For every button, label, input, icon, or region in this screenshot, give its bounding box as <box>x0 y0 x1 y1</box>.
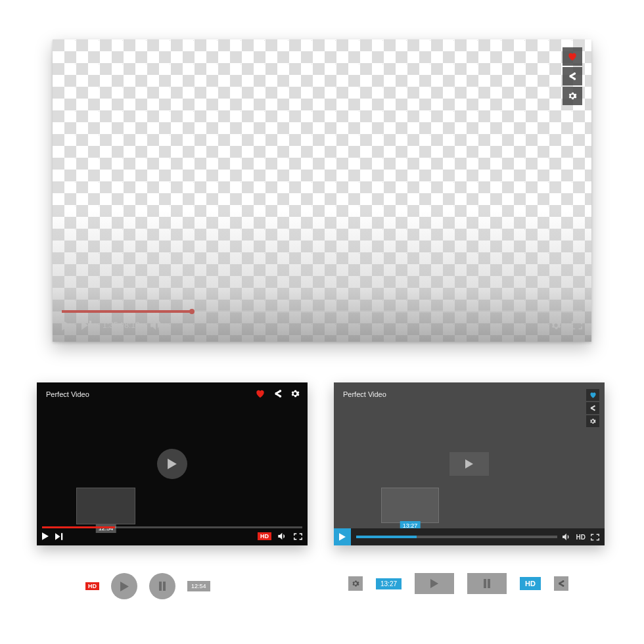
time-badge: 12:54 <box>187 581 210 591</box>
player3-controls: HD <box>334 528 605 545</box>
like-button[interactable] <box>586 389 599 401</box>
heart-icon <box>567 52 578 61</box>
time-display: 1:35 / 8:12 <box>103 321 140 330</box>
like-button[interactable] <box>255 389 265 398</box>
progress-fill <box>356 536 417 538</box>
hd-badge[interactable]: HD <box>520 577 541 590</box>
fullscreen-button[interactable] <box>294 533 302 540</box>
progress-track[interactable] <box>62 310 582 313</box>
video-player-grey: Perfect Video 13:27 HD <box>334 382 605 545</box>
volume-button[interactable] <box>150 320 162 331</box>
next-button[interactable] <box>81 321 92 330</box>
progress-fill <box>62 310 192 313</box>
hd-badge[interactable]: HD <box>576 534 586 541</box>
like-button[interactable] <box>563 47 582 66</box>
play-button[interactable] <box>334 528 351 545</box>
player1-controls: 1:35 / 8:12 <box>62 315 582 335</box>
video-player-large: 1:35 / 8:12 <box>53 39 591 342</box>
share-icon <box>568 72 577 81</box>
time-badge: 13:27 <box>376 578 402 589</box>
video-player-dark: Perfect Video 12:54 HD <box>37 382 308 545</box>
share-button[interactable] <box>563 67 582 85</box>
play-button[interactable] <box>111 573 137 599</box>
settings-button[interactable] <box>348 576 363 591</box>
center-play-button[interactable] <box>157 449 187 479</box>
share-button[interactable] <box>554 576 568 591</box>
settings-button[interactable] <box>586 415 599 427</box>
fullscreen-button[interactable] <box>572 321 582 330</box>
play-button[interactable] <box>42 532 49 540</box>
controls-set-blue: 13:27 HD <box>348 573 568 594</box>
gear-icon <box>568 91 577 101</box>
player3-side-actions <box>586 389 599 427</box>
hd-badge[interactable]: HD <box>258 532 271 540</box>
center-play-button[interactable] <box>449 452 489 476</box>
play-button[interactable] <box>415 573 454 594</box>
hd-badge[interactable]: HD <box>85 582 99 590</box>
play-button[interactable] <box>62 320 71 331</box>
seek-preview-thumbnail: 12:54 <box>76 488 135 524</box>
share-button[interactable] <box>273 389 283 398</box>
progress-track[interactable] <box>356 536 557 538</box>
player1-side-actions <box>563 47 582 105</box>
settings-button[interactable] <box>551 320 561 331</box>
next-button[interactable] <box>55 533 63 540</box>
video-title: Perfect Video <box>46 390 89 398</box>
video-title: Perfect Video <box>343 390 386 398</box>
player2-controls: HD <box>42 530 302 543</box>
settings-button[interactable] <box>290 389 300 398</box>
progress-track[interactable] <box>42 526 302 528</box>
controls-set-red: HD 12:54 <box>85 573 210 599</box>
progress-fill <box>42 526 115 528</box>
settings-button[interactable] <box>563 87 582 105</box>
player2-top-actions <box>255 389 300 398</box>
share-button[interactable] <box>586 402 599 414</box>
pause-button[interactable] <box>467 573 507 594</box>
volume-button[interactable] <box>278 532 287 540</box>
fullscreen-button[interactable] <box>591 534 599 541</box>
volume-button[interactable] <box>563 533 571 541</box>
pause-button[interactable] <box>149 573 175 599</box>
seek-preview-thumbnail: 13:27 <box>381 488 439 523</box>
